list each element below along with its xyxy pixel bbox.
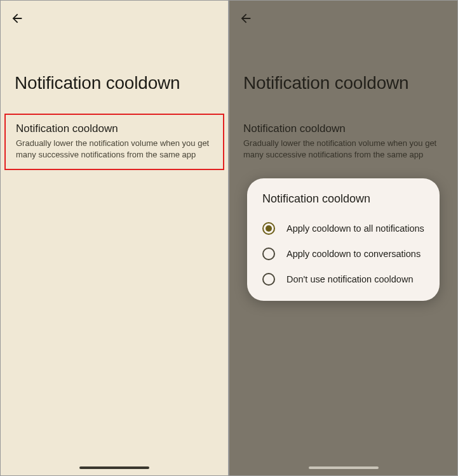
settings-screen-right: Notification cooldown Notification coold… — [229, 0, 458, 476]
setting-description: Gradually lower the notification volume … — [16, 138, 213, 160]
setting-title: Notification cooldown — [16, 122, 213, 135]
nav-handle[interactable] — [79, 466, 149, 469]
option-dont-use[interactable]: Don't use notification cooldown — [260, 267, 427, 292]
dialog-title: Notification cooldown — [260, 192, 427, 206]
back-button[interactable] — [10, 11, 25, 26]
option-label: Apply cooldown to conversations — [286, 249, 421, 259]
option-label: Don't use notification cooldown — [286, 274, 413, 284]
option-all-notifications[interactable]: Apply cooldown to all notifications — [260, 216, 427, 241]
setting-notification-cooldown[interactable]: Notification cooldown Gradually lower th… — [4, 114, 224, 170]
page-title: Notification cooldown — [1, 36, 228, 114]
nav-handle[interactable] — [309, 466, 379, 469]
radio-unselected-icon — [262, 248, 275, 260]
cooldown-dialog: Notification cooldown Apply cooldown to … — [247, 178, 440, 301]
settings-screen-left: Notification cooldown Notification coold… — [0, 0, 229, 476]
option-conversations[interactable]: Apply cooldown to conversations — [260, 241, 427, 267]
radio-selected-icon — [262, 222, 275, 235]
topbar — [1, 1, 228, 36]
arrow-left-icon — [10, 11, 24, 25]
radio-unselected-icon — [262, 273, 275, 286]
option-label: Apply cooldown to all notifications — [286, 223, 424, 234]
